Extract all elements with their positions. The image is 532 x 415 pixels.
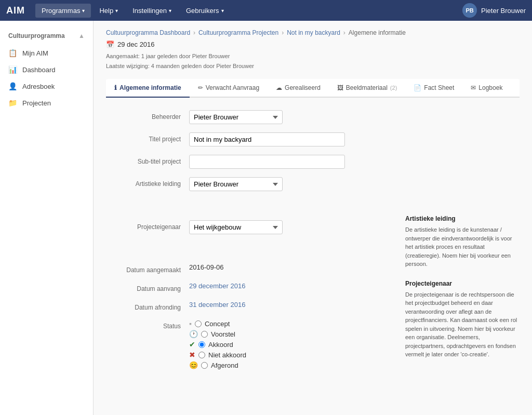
dashboard-icon: 📊 [8,65,17,74]
tab-logboek[interactable]: ✉ Logboek [462,79,511,98]
clock-icon: 🕐 [189,330,198,338]
avatar: PB [462,3,477,18]
info-icon: ℹ [114,84,117,91]
input-subtitel[interactable] [189,155,345,169]
breadcrumb-current: Algemene informatie [349,29,406,36]
user-name: Pieter Brouwer [481,7,526,15]
label-datum-aangemaakt: Datum aangemaakt [106,263,189,274]
label-projecteigenaar: Projecteigenaar [106,220,189,231]
field-datum-aanvang: Datum aanvang 29 december 2016 [106,282,393,292]
sidebar-item-adresboek[interactable]: 👤 Adresboek [0,78,93,95]
folder-icon: 📁 [8,99,17,107]
nav-menu: Programmas ▾ Help ▾ Instellingen ▾ Gebru… [35,4,462,18]
tab-beeldmateriaal[interactable]: 🖼 Beeldmateriaal (2) [329,79,406,98]
label-datum-afronding: Datum afronding [106,301,189,311]
status-voorstel[interactable]: 🕐 Voorstel [189,330,393,338]
status-afgerond[interactable]: 😊 Afgerond [189,361,393,369]
nav-gebruikers[interactable]: Gebruikers ▾ [180,4,230,18]
project-modified: Laatste wijziging: 4 maanden geleden doo… [106,61,520,71]
breadcrumb-link-0[interactable]: Cultuurprogramma Dashboard [106,29,190,36]
field-titel: Titel project [106,132,393,146]
info-artistieke-body: De artistieke leiding is de kunstenaar /… [405,225,520,269]
radio-voorstel[interactable] [201,331,208,338]
nav-programmas[interactable]: Programmas ▾ [35,4,91,18]
field-artistieke: Artistieke leiding Pieter Brouwer [106,177,393,191]
label-titel: Titel project [106,132,189,143]
control-subtitel [189,155,393,169]
value-datum-afronding[interactable]: 31 december 2016 [189,298,245,309]
breadcrumb-sep: › [193,29,195,36]
radio-afgerond[interactable] [201,362,208,369]
status-square-icon: ▪ [189,319,192,328]
breadcrumb-link-2[interactable]: Not in my backyard [287,29,340,36]
form-main: Beheerder Pieter Brouwer Titel project [106,110,393,415]
control-datum-afronding: 31 december 2016 [189,301,393,309]
label-subtitel: Sub-titel project [106,155,189,165]
project-date: 📅 29 dec 2016 [106,41,520,48]
project-meta: Aangemaakt: 1 jaar geleden door Pieter B… [106,51,520,71]
status-concept[interactable]: ▪ Concept [189,319,393,328]
field-beheerder: Beheerder Pieter Brouwer [106,110,393,124]
control-status: ▪ Concept 🕐 Voorstel ✔ [189,319,393,371]
input-titel[interactable] [189,132,345,146]
breadcrumb-sep: › [343,29,345,36]
info-artistieke-title: Artistieke leiding [405,214,520,223]
envelope-icon: ✉ [471,84,476,91]
check-icon: ✔ [189,340,195,349]
smile-icon: 😊 [189,361,198,369]
sidebar-item-projecten[interactable]: 📁 Projecten [0,95,93,111]
control-projecteigenaar: Het wijkgebouw [189,220,393,234]
sidebar-title: Cultuurprogramma ▲ [0,29,93,45]
top-navigation: AIM Programmas ▾ Help ▾ Instellingen ▾ G… [0,0,532,21]
radio-akkoord[interactable] [198,341,205,348]
main-content: Cultuurprogramma Dashboard › Cultuurprog… [94,21,532,415]
select-projecteigenaar[interactable]: Het wijkgebouw [189,220,283,234]
sidebar-item-mijn-aim[interactable]: 📋 Mijn AIM [0,45,93,61]
calendar-icon: 📅 [106,41,114,48]
info-artistieke: Artistieke leiding De artistieke leiding… [405,214,520,269]
select-artistieke[interactable]: Pieter Brouwer [189,177,283,191]
tab-fact-sheet[interactable]: 📄 Fact Sheet [405,79,462,98]
sidebar-item-dashboard[interactable]: 📊 Dashboard [0,61,93,78]
value-datum-aanvang[interactable]: 29 december 2016 [189,279,245,290]
user-area[interactable]: PB Pieter Brouwer [462,3,526,18]
tab-algemene-informatie[interactable]: ℹ Algemene informatie [106,79,190,98]
value-datum-aangemaakt: 2016-09-06 [189,260,224,271]
status-niet-akkoord[interactable]: ✖ Niet akkoord [189,351,393,359]
info-projecteigenaar-body: De projecteigenaar is de rechtspersoon d… [405,290,520,359]
chevron-down-icon: ▾ [221,8,224,14]
document-icon: 📄 [414,84,421,91]
tab-gerealiseerd[interactable]: ☁ Gerealiseerd [268,79,329,98]
beeldmateriaal-badge: (2) [390,85,397,91]
form-info-sidebar: Artistieke leiding De artistieke leiding… [405,110,520,415]
control-datum-aangemaakt: 2016-09-06 [189,263,393,271]
select-beheerder[interactable]: Pieter Brouwer [189,110,283,124]
control-artistieke: Pieter Brouwer [189,177,393,191]
field-status: Status ▪ Concept 🕐 Voorstel [106,319,393,371]
breadcrumb-sep: › [282,29,284,36]
status-list: ▪ Concept 🕐 Voorstel ✔ [189,319,393,369]
collapse-icon[interactable]: ▲ [78,32,85,39]
radio-concept[interactable] [195,320,202,327]
sidebar: Cultuurprogramma ▲ 📋 Mijn AIM 📊 Dashboar… [0,21,94,415]
radio-niet-akkoord[interactable] [198,352,205,358]
label-datum-aanvang: Datum aanvang [106,282,189,292]
image-icon: 🖼 [337,84,343,91]
tab-verwacht-aanvraag[interactable]: ✏ Verwacht Aanvraag [190,79,268,98]
field-projecteigenaar: Projecteigenaar Het wijkgebouw [106,220,393,234]
status-akkoord[interactable]: ✔ Akkoord [189,340,393,349]
label-status: Status [106,319,189,330]
nav-help[interactable]: Help ▾ [93,4,124,18]
control-datum-aanvang: 29 december 2016 [189,282,393,290]
form-container: Beheerder Pieter Brouwer Titel project [106,110,520,415]
person-icon: 👤 [8,82,17,90]
nav-instellingen[interactable]: Instellingen ▾ [126,4,178,18]
cloud-icon: ☁ [276,84,282,91]
field-subtitel: Sub-titel project [106,155,393,169]
breadcrumb: Cultuurprogramma Dashboard › Cultuurprog… [106,29,520,36]
chevron-down-icon: ▾ [82,8,85,14]
brand-logo[interactable]: AIM [6,5,25,16]
info-projecteigenaar-title: Projecteigenaar [405,279,520,288]
breadcrumb-link-1[interactable]: Cultuurprogramma Projecten [198,29,278,36]
info-projecteigenaar: Projecteigenaar De projecteigenaar is de… [405,279,520,359]
